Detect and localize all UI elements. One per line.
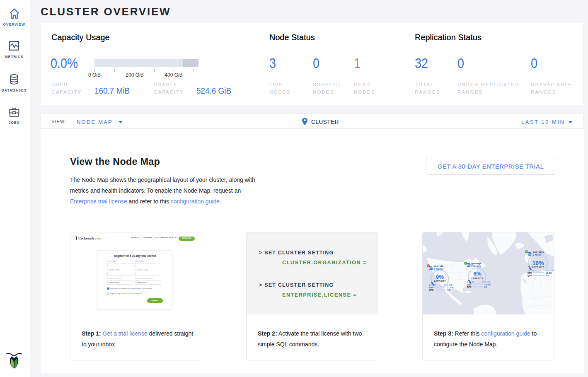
svg-text:Cockroach: Cockroach <box>78 237 94 240</box>
svg-text:LABS: LABS <box>95 237 102 240</box>
